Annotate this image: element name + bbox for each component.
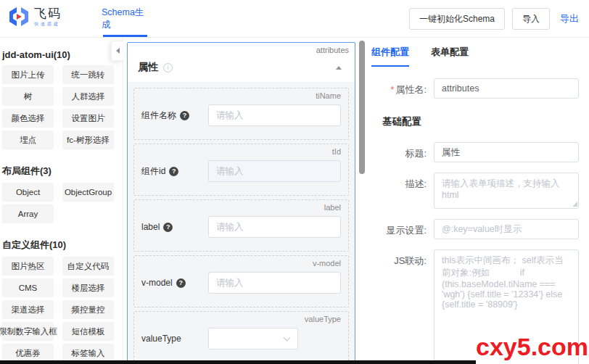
- component-item[interactable]: 人群选择: [62, 87, 114, 106]
- collapse-block-icon[interactable]: [336, 66, 342, 70]
- sidebar-group-title-atom: jdd-atom-ui(10): [2, 49, 123, 60]
- block-title: 属性: [138, 61, 158, 74]
- field-label: label ?: [141, 222, 208, 232]
- component-grid-custom: 图片热区 自定义代码 CMS 楼层选择 渠道选择 频控量控 限制数字输入框 短信…: [2, 257, 123, 363]
- field-key-label: valueType: [141, 315, 341, 326]
- field-label: v-model ?: [141, 278, 208, 288]
- display-setting-label: 显示设置:: [370, 219, 434, 239]
- component-item[interactable]: CMS: [2, 278, 54, 297]
- component-item[interactable]: 图片上传: [2, 65, 54, 84]
- sidebar-collapse-button[interactable]: [111, 41, 123, 61]
- help-icon[interactable]: ?: [176, 278, 186, 288]
- tId-input: [208, 160, 341, 182]
- canvas-field-tiName[interactable]: tiName 组件名称 ?: [133, 88, 349, 140]
- desc-label: 描述:: [370, 173, 434, 209]
- tiName-input[interactable]: [208, 104, 341, 126]
- app-header: 飞码 快速搭建 Schema生成 一键初始化Schema 导入 导出: [0, 0, 589, 38]
- basic-config-section-title: 基础配置: [382, 115, 589, 128]
- component-item[interactable]: Array: [2, 204, 54, 223]
- component-item[interactable]: 图片热区: [2, 257, 54, 276]
- canvas-field-valueType[interactable]: valueType valueType: [133, 311, 349, 363]
- sidebar-group-title-layout: 布局组件(3): [2, 165, 123, 178]
- component-item[interactable]: ObjectGroup: [62, 183, 114, 202]
- watermark-text: cxy5.com: [476, 333, 588, 361]
- component-item[interactable]: 颜色选择: [2, 109, 54, 128]
- nav-tab-active-underline: [103, 35, 147, 37]
- help-icon[interactable]: ?: [180, 111, 189, 120]
- schema-canvas: attributes 属性 i tiName 组件名称 ? tId: [123, 38, 368, 364]
- component-item[interactable]: 楼层选择: [62, 278, 114, 297]
- logo-title: 飞码: [34, 7, 62, 20]
- scrollbar-thumb[interactable]: [359, 41, 365, 174]
- block-header: attributes 属性 i: [128, 43, 355, 82]
- title-label: 标题:: [370, 142, 434, 162]
- component-grid-layout: Object ObjectGroup Array: [2, 183, 123, 223]
- config-tabs: 组件配置 表单配置: [370, 46, 589, 67]
- js-linkage-label: JS联动:: [370, 249, 434, 364]
- v-model-input[interactable]: [208, 272, 341, 294]
- required-mark: *: [390, 84, 394, 95]
- info-icon[interactable]: i: [163, 63, 173, 73]
- component-item[interactable]: fc-树形选择: [62, 131, 114, 149]
- component-grid-atom: 图片上传 统一跳转 树 人群选择 颜色选择 设置图片 埋点 fc-树形选择: [2, 65, 123, 149]
- app-logo[interactable]: 飞码 快速搭建: [9, 7, 62, 26]
- component-item[interactable]: 短信模板: [62, 322, 114, 341]
- component-item[interactable]: 设置图片: [62, 109, 114, 128]
- field-key-label: tId: [141, 147, 341, 158]
- export-link[interactable]: 导出: [557, 12, 582, 25]
- component-item[interactable]: 限制数字输入框: [2, 322, 54, 341]
- field-label: 组件名称 ?: [141, 109, 208, 122]
- nav-tab-schema[interactable]: Schema生成: [102, 0, 149, 38]
- bottom-bar: [0, 360, 476, 364]
- tab-form-config[interactable]: 表单配置: [431, 46, 469, 67]
- config-form: *属性名: 基础配置 标题: 描述: 显示设置: JS联动:: [370, 78, 589, 364]
- component-item[interactable]: 自定义代码: [62, 257, 114, 276]
- component-item[interactable]: 埋点: [2, 131, 54, 149]
- prop-name-input[interactable]: [434, 78, 579, 99]
- component-item[interactable]: 树: [2, 87, 54, 106]
- chevron-down-icon: [284, 334, 291, 342]
- field-label: valueType: [141, 334, 208, 344]
- component-item[interactable]: Object: [2, 183, 54, 202]
- sidebar-group-title-custom: 自定义组件(10): [2, 239, 123, 252]
- canvas-field-label[interactable]: label label ?: [133, 199, 349, 252]
- tab-component-config[interactable]: 组件配置: [371, 46, 409, 67]
- component-item[interactable]: 频控量控: [62, 300, 114, 319]
- init-schema-button[interactable]: 一键初始化Schema: [409, 8, 505, 30]
- logo-icon: [9, 7, 29, 26]
- collapse-left-icon: [116, 48, 120, 54]
- component-sidebar: jdd-atom-ui(10) 图片上传 统一跳转 树 人群选择 颜色选择 设置…: [0, 38, 123, 364]
- help-icon[interactable]: ?: [169, 167, 178, 176]
- logo-subtitle: 快速搭建: [34, 22, 62, 26]
- help-icon[interactable]: ?: [163, 223, 173, 232]
- display-setting-input[interactable]: [434, 219, 579, 239]
- component-item[interactable]: 渠道选择: [2, 300, 54, 319]
- canvas-field-tId[interactable]: tId 组件id ?: [133, 144, 349, 196]
- resize-handle-icon[interactable]: [572, 202, 577, 207]
- header-actions: 一键初始化Schema 导入 导出: [409, 0, 582, 38]
- field-label: 组件id ?: [141, 165, 208, 178]
- field-key-label: tiName: [141, 91, 341, 102]
- canvas-field-v-model[interactable]: v-model v-model ?: [133, 255, 349, 307]
- vertical-scrollbar[interactable]: [359, 39, 366, 363]
- field-key-label: label: [141, 203, 341, 214]
- label-input[interactable]: [208, 216, 341, 238]
- title-input[interactable]: [434, 142, 579, 162]
- block-body: tiName 组件名称 ? tId 组件id ?: [128, 82, 355, 364]
- selected-schema-block[interactable]: attributes 属性 i tiName 组件名称 ? tId: [127, 42, 355, 364]
- config-panel: 组件配置 表单配置 *属性名: 基础配置 标题: 描述: 显示设置: JS联动:: [368, 38, 589, 364]
- nav-tab-label: Schema生成: [102, 7, 149, 31]
- valueType-select[interactable]: [208, 328, 298, 349]
- import-button[interactable]: 导入: [512, 8, 550, 30]
- component-item[interactable]: 统一跳转: [62, 65, 114, 84]
- block-key-label: attributes: [138, 46, 349, 56]
- field-key-label: v-model: [141, 259, 341, 270]
- prop-name-label: *属性名:: [370, 78, 434, 99]
- desc-textarea[interactable]: [434, 173, 579, 209]
